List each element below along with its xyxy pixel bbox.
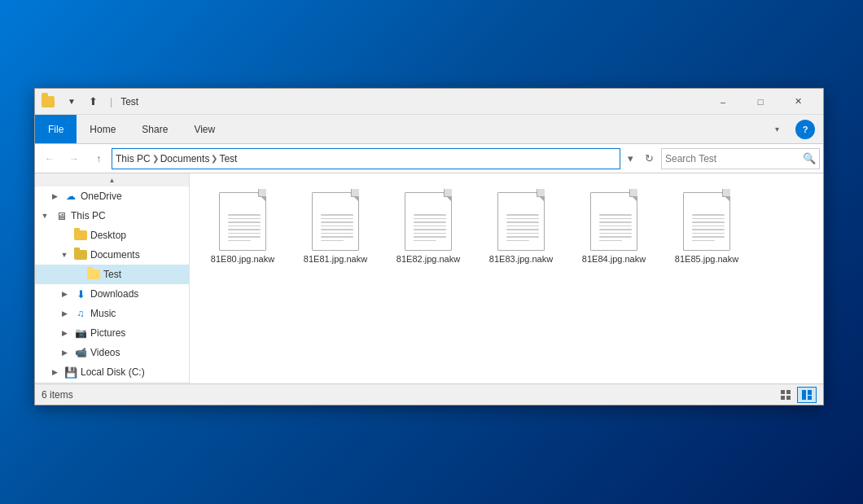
sidebar-item-test[interactable]: ▶ Test (35, 265, 189, 284)
quick-access-btn-2[interactable]: ⬆ (84, 93, 102, 111)
main-area: ▲ ▶ ☁ OneDrive ▼ 🖥 This PC ▶ (35, 173, 823, 383)
expand-icon-documents[interactable]: ▼ (58, 248, 71, 261)
sidebar-label-onedrive: OneDrive (81, 191, 122, 202)
expand-icon-localdisk[interactable]: ▶ (48, 366, 61, 379)
folder-icon-desktop (73, 229, 88, 242)
file-icon (495, 189, 547, 251)
tab-home[interactable]: Home (77, 115, 129, 143)
music-icon: ♫ (73, 307, 88, 320)
sidebar-item-thispc[interactable]: ▼ 🖥 This PC (35, 206, 189, 226)
sidebar-scroll-up[interactable]: ▲ (35, 173, 189, 186)
help-button[interactable]: ? (795, 120, 815, 139)
quick-access-toolbar: ▼ ⬆ (42, 93, 102, 111)
ribbon-collapse-btn[interactable]: ▾ (758, 116, 795, 142)
status-bar: 6 items (35, 383, 823, 405)
file-item[interactable]: 81E85.jpg.nakw (662, 182, 751, 271)
medium-icons-view-button[interactable] (776, 387, 795, 403)
refresh-button[interactable]: ↻ (638, 148, 659, 169)
back-button[interactable]: ← (38, 148, 61, 169)
title-bar: ▼ ⬆ | Test – □ ✕ (35, 89, 823, 115)
window-controls: – □ ✕ (704, 89, 817, 115)
sidebar-label-desktop: Desktop (90, 230, 126, 241)
ribbon-expand: ▾ ? (753, 115, 823, 143)
file-item[interactable]: 81E83.jpg.nakw (476, 182, 566, 271)
file-name: 81E82.jpg.nakw (396, 254, 460, 264)
maximize-button[interactable]: □ (742, 89, 779, 115)
folder-icon-test (86, 268, 101, 281)
sidebar-item-music[interactable]: ▶ ♫ Music (35, 304, 189, 323)
file-item[interactable]: 81E80.jpg.nakw (198, 182, 287, 271)
file-item[interactable]: 81E84.jpg.nakw (569, 182, 659, 271)
expand-icon-pictures[interactable]: ▶ (58, 327, 71, 340)
path-dropdown-button[interactable]: ▾ (624, 148, 637, 169)
sidebar-label-localdisk: Local Disk (C:) (81, 366, 145, 378)
window-title: Test (114, 96, 704, 107)
forward-button[interactable]: → (63, 148, 85, 169)
file-name: 81E83.jpg.nakw (489, 254, 553, 264)
sidebar-item-downloads[interactable]: ▶ ⬇ Downloads (35, 284, 189, 304)
file-name: 81E81.jpg.nakw (304, 254, 367, 264)
file-area: 81E80.jpg.nakw 81E81.j (190, 173, 823, 383)
path-segment-test[interactable]: Test (219, 153, 237, 164)
tab-view[interactable]: View (181, 115, 228, 143)
folder-icon-documents (73, 248, 88, 261)
sidebar: ▲ ▶ ☁ OneDrive ▼ 🖥 This PC ▶ (35, 173, 190, 383)
tab-file[interactable]: File (35, 115, 77, 143)
minimize-button[interactable]: – (704, 89, 742, 115)
expand-icon-onedrive[interactable]: ▶ (48, 190, 61, 203)
file-name: 81E84.jpg.nakw (582, 254, 646, 264)
drive-icon: 💾 (64, 366, 78, 379)
sidebar-item-pictures[interactable]: ▶ 📷 Pictures (35, 323, 189, 343)
sidebar-label-music: Music (90, 308, 116, 319)
svg-rect-4 (802, 390, 806, 400)
sidebar-label-documents: Documents (90, 249, 140, 261)
videos-icon: 📹 (73, 346, 88, 359)
sidebar-label-thispc: This PC (71, 210, 106, 221)
sidebar-scroll-down[interactable]: ▼ (35, 382, 189, 383)
sidebar-label-pictures: Pictures (90, 327, 125, 339)
sidebar-label-downloads: Downloads (90, 288, 138, 300)
downloads-icon: ⬇ (73, 287, 88, 300)
svg-rect-1 (786, 390, 791, 394)
file-icon (588, 189, 640, 251)
expand-icon-downloads[interactable]: ▶ (58, 287, 71, 300)
path-segment-thispc[interactable]: This PC (116, 153, 151, 164)
window-icon (42, 95, 55, 108)
file-icon (681, 189, 733, 251)
sidebar-item-desktop[interactable]: ▶ Desktop (35, 226, 189, 245)
onedrive-icon: ☁ (64, 190, 78, 203)
file-name: 81E80.jpg.nakw (211, 254, 274, 264)
address-bar: ← → ↑ This PC ❯ Documents ❯ Test ▾ ↻ 🔍 (35, 144, 823, 173)
path-segment-documents[interactable]: Documents (160, 153, 210, 164)
file-name: 81E85.jpg.nakw (675, 254, 738, 264)
sidebar-label-videos: Videos (90, 347, 120, 358)
sidebar-item-videos[interactable]: ▶ 📹 Videos (35, 343, 189, 362)
ribbon: File Home Share View ▾ ? (35, 115, 823, 144)
view-buttons (776, 387, 817, 403)
search-box: 🔍 (661, 148, 820, 169)
file-item[interactable]: 81E82.jpg.nakw (383, 182, 473, 271)
expand-icon-videos[interactable]: ▶ (58, 346, 71, 359)
item-count: 6 items (42, 389, 73, 401)
close-button[interactable]: ✕ (779, 89, 817, 115)
address-path[interactable]: This PC ❯ Documents ❯ Test (112, 148, 620, 169)
svg-rect-0 (781, 390, 785, 394)
up-button[interactable]: ↑ (87, 148, 110, 169)
file-item[interactable]: 81E81.jpg.nakw (291, 182, 380, 271)
expand-icon-music[interactable]: ▶ (58, 307, 71, 320)
expand-icon-thispc[interactable]: ▼ (38, 209, 51, 222)
quick-access-btn-1[interactable]: ▼ (63, 93, 81, 111)
search-icon[interactable]: 🔍 (803, 152, 816, 164)
search-input[interactable] (665, 153, 803, 164)
svg-rect-5 (808, 390, 812, 395)
sidebar-item-localdisk[interactable]: ▶ 💾 Local Disk (C:) (35, 362, 189, 382)
sidebar-item-documents[interactable]: ▼ Documents (35, 245, 189, 265)
pictures-icon: 📷 (73, 327, 88, 340)
sidebar-item-onedrive[interactable]: ▶ ☁ OneDrive (35, 186, 189, 206)
large-icons-view-button[interactable] (797, 387, 817, 403)
file-content: 81E80.jpg.nakw 81E81.j (190, 173, 823, 383)
file-icon (402, 189, 454, 251)
svg-rect-3 (786, 396, 791, 400)
tab-share[interactable]: Share (129, 115, 181, 143)
file-icon (217, 189, 269, 251)
